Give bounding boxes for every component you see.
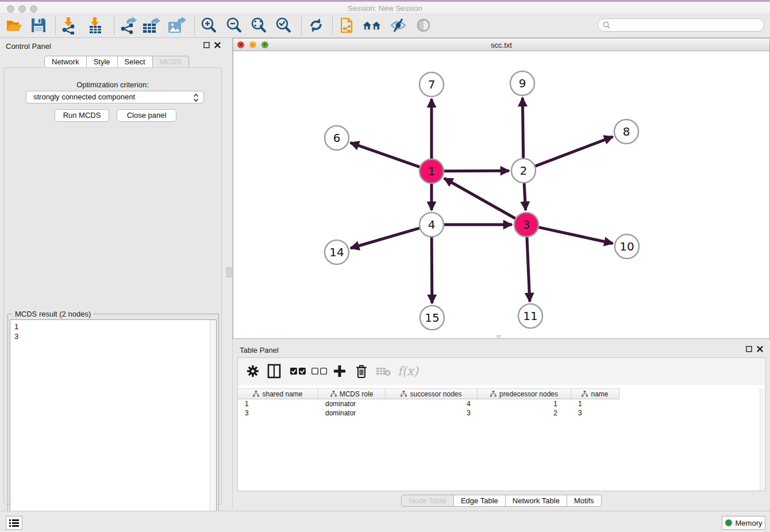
import-network-icon[interactable] <box>59 16 79 34</box>
table-cell[interactable]: dominator <box>318 399 386 408</box>
graph-edge-1-2[interactable] <box>444 171 509 171</box>
zoom-in-icon[interactable] <box>199 16 218 34</box>
toolbar-separator <box>194 16 195 35</box>
table-cell[interactable]: 1 <box>238 399 318 408</box>
graph-node-label: 8 <box>623 125 630 138</box>
graph-edge-4-15[interactable] <box>432 237 432 303</box>
table-tab-node-table[interactable]: Node Table <box>401 495 454 507</box>
memory-button-label: Memory <box>736 519 763 527</box>
graph-node-2[interactable]: 2 <box>511 159 536 183</box>
tab-mcds[interactable]: MCDS <box>153 56 189 68</box>
table-cell[interactable]: 2 <box>478 408 571 418</box>
graph-node-10[interactable]: 10 <box>615 234 639 259</box>
graph-edge-1-6[interactable] <box>351 142 420 167</box>
column-header-successor-nodes[interactable]: successor nodes <box>386 388 478 399</box>
column-header-predecessor-nodes[interactable]: predecessor nodes <box>478 388 571 399</box>
graph-node-1[interactable]: 1 <box>419 159 444 183</box>
graph-node-6[interactable]: 6 <box>325 126 349 150</box>
export-image-icon[interactable] <box>167 16 186 34</box>
column-header-label: shared name <box>262 390 302 398</box>
table-cell[interactable]: 4 <box>386 399 478 408</box>
sort-hierarchy-icon <box>330 391 337 397</box>
table-tab-edge-table[interactable]: Edge Table <box>454 495 506 507</box>
export-table-icon[interactable] <box>141 16 161 34</box>
table-row[interactable]: 3dominator323 <box>238 408 619 418</box>
table-cell[interactable]: 3 <box>238 408 318 418</box>
table-cell[interactable]: 1 <box>478 399 571 408</box>
select-stepper-icon <box>193 92 199 103</box>
close-panel-button[interactable]: Close panel <box>117 109 176 122</box>
select-all-icon[interactable] <box>290 363 306 379</box>
table-scrollbar[interactable] <box>760 388 765 491</box>
import-table-icon[interactable] <box>85 16 105 34</box>
table-settings-gear-icon[interactable] <box>246 363 260 379</box>
table-row[interactable]: 1dominator411 <box>238 399 619 408</box>
deselect-all-icon[interactable] <box>311 363 328 379</box>
memory-button[interactable]: Memory <box>722 516 765 530</box>
mcds-result-line: 1 <box>14 322 216 331</box>
graph-edge-2-8[interactable] <box>536 137 613 166</box>
graph-edge-3-1[interactable] <box>444 178 515 218</box>
splitter-grip[interactable] <box>226 267 232 277</box>
canvas-grip[interactable] <box>496 335 501 338</box>
table-tab-motifs[interactable]: Motifs <box>567 495 602 507</box>
float-table-panel-icon[interactable] <box>746 346 752 352</box>
toolbar-separator <box>114 16 114 35</box>
task-list-icon <box>9 519 19 527</box>
graph-node-4[interactable]: 4 <box>419 213 444 237</box>
result-scrollbar[interactable] <box>210 320 216 528</box>
graph-node-8[interactable]: 8 <box>614 119 638 144</box>
run-mcds-button[interactable]: Run MCDS <box>55 109 109 122</box>
network-canvas[interactable]: 7968124314101511 <box>233 51 769 338</box>
graph-edge-4-14[interactable] <box>351 228 419 248</box>
column-header-shared-name[interactable]: shared name <box>238 388 318 399</box>
open-session-icon[interactable] <box>5 16 24 34</box>
graph-node-label: 11 <box>523 309 537 323</box>
refresh-layout-icon[interactable] <box>306 16 326 34</box>
graph-node-9[interactable]: 9 <box>510 71 534 95</box>
export-network-icon[interactable] <box>118 16 137 34</box>
task-history-button[interactable] <box>6 516 22 530</box>
table-cell[interactable]: 1 <box>571 399 619 408</box>
delete-column-trash-icon[interactable] <box>355 363 368 379</box>
add-column-icon[interactable] <box>333 363 346 379</box>
first-neighbors-icon[interactable] <box>362 16 382 34</box>
hide-panel-eye-icon[interactable] <box>388 16 408 34</box>
eye-disabled-icon[interactable] <box>414 16 433 34</box>
graph-edge-3-11[interactable] <box>527 237 530 302</box>
optimization-criterion-label: Optimization criterion: <box>4 80 221 89</box>
graph-edge-2-3[interactable] <box>524 183 526 210</box>
duplicate-network-icon[interactable] <box>338 16 357 34</box>
graph-node-label: 2 <box>520 164 528 178</box>
close-panel-icon[interactable] <box>214 42 221 48</box>
table-cell[interactable]: dominator <box>318 408 386 418</box>
graph-node-14[interactable]: 14 <box>325 240 349 264</box>
show-column-panel-icon[interactable] <box>267 363 281 379</box>
column-header-name[interactable]: name <box>571 388 619 399</box>
graph-node-11[interactable]: 11 <box>518 304 542 328</box>
zoom-selected-icon[interactable] <box>274 16 293 34</box>
graph-node-3[interactable]: 3 <box>514 213 538 237</box>
close-table-panel-icon[interactable] <box>757 346 763 352</box>
float-panel-icon[interactable] <box>203 42 210 48</box>
tab-network[interactable]: Network <box>44 56 87 68</box>
table-cell[interactable]: 3 <box>386 408 478 418</box>
save-session-icon[interactable] <box>29 16 48 34</box>
sort-hierarchy-icon <box>401 391 407 397</box>
graph-node-label: 7 <box>428 78 436 91</box>
search-input[interactable] <box>613 21 764 29</box>
criterion-select[interactable]: strongly connected component <box>26 91 204 103</box>
tab-style[interactable]: Style <box>87 56 118 68</box>
zoom-fit-icon[interactable] <box>249 16 268 34</box>
mcds-result-textarea[interactable]: 13 <box>10 319 217 529</box>
table-cell[interactable]: 3 <box>571 408 619 418</box>
graph-node-15[interactable]: 15 <box>420 306 444 330</box>
graph-node-7[interactable]: 7 <box>419 72 444 97</box>
graph-edge-2-9[interactable] <box>522 98 523 158</box>
table-tab-network-table[interactable]: Network Table <box>506 495 567 507</box>
graph-edge-3-10[interactable] <box>538 228 613 244</box>
zoom-out-icon[interactable] <box>224 16 244 34</box>
column-header-MCDS-role[interactable]: MCDS role <box>318 388 386 399</box>
search-icon <box>603 21 610 29</box>
tab-select[interactable]: Select <box>118 56 153 68</box>
